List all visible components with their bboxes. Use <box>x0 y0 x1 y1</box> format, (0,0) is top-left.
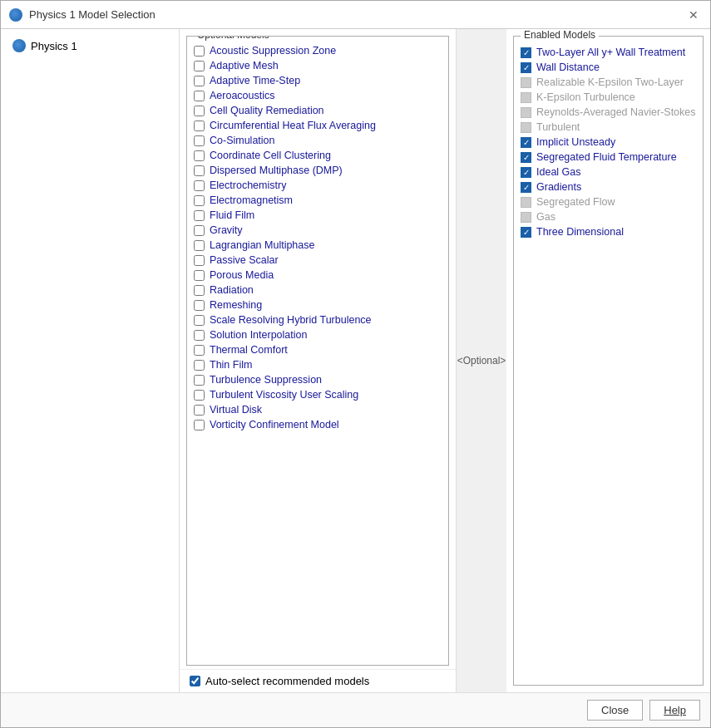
optional-model-item[interactable]: Solution Interpolation <box>190 327 445 342</box>
optional-model-item[interactable]: Circumferential Heat Flux Averaging <box>190 118 445 133</box>
optional-model-item[interactable]: Electromagnetism <box>190 193 445 208</box>
optional-model-item[interactable]: Thin Film <box>190 357 445 372</box>
optional-model-item[interactable]: Acoustic Suppression Zone <box>190 43 445 58</box>
optional-model-item[interactable]: Coordinate Cell Clustering <box>190 148 445 163</box>
auto-select-bar: Auto-select recommended models <box>180 669 456 692</box>
optional-model-checkbox[interactable] <box>194 330 205 341</box>
optional-model-checkbox[interactable] <box>194 390 205 401</box>
optional-model-label: Virtual Disk <box>210 404 262 416</box>
optional-model-item[interactable]: Adaptive Mesh <box>190 58 445 73</box>
optional-model-label: Gravity <box>210 224 243 236</box>
enabled-checkbox-checked[interactable]: ✓ <box>521 62 531 73</box>
optional-model-label: Remeshing <box>210 299 262 311</box>
close-label: Close <box>601 704 629 716</box>
optional-model-checkbox[interactable] <box>194 300 205 311</box>
optional-model-checkbox[interactable] <box>194 240 205 251</box>
arrow-label: <Optional> <box>457 355 506 366</box>
optional-model-checkbox[interactable] <box>194 345 205 356</box>
enabled-checkbox-checked[interactable]: ✓ <box>521 182 531 193</box>
optional-model-checkbox[interactable] <box>194 106 205 116</box>
enabled-model-item: Realizable K-Epsilon Two-Layer <box>517 75 699 90</box>
enabled-model-label: Gas <box>536 211 555 223</box>
optional-model-checkbox[interactable] <box>194 135 205 146</box>
optional-model-checkbox[interactable] <box>194 46 205 57</box>
help-button[interactable]: Help <box>649 700 700 721</box>
optional-model-item[interactable]: Fluid Film <box>190 208 445 223</box>
optional-arrow-button[interactable]: <Optional> <box>457 29 506 692</box>
optional-model-checkbox[interactable] <box>194 375 205 386</box>
enabled-models-box: Enabled Models ✓Two-Layer All y+ Wall Tr… <box>513 36 704 686</box>
optional-model-checkbox[interactable] <box>194 195 205 206</box>
optional-model-item[interactable]: Turbulence Suppression <box>190 372 445 387</box>
optional-model-checkbox[interactable] <box>194 180 205 191</box>
optional-model-item[interactable]: Co-Simulation <box>190 133 445 148</box>
enabled-model-item: ✓Segregated Fluid Temperature <box>517 150 699 165</box>
optional-model-item[interactable]: Radiation <box>190 283 445 298</box>
enabled-model-label: Segregated Flow <box>536 196 615 208</box>
enabled-checkbox-checked[interactable]: ✓ <box>521 167 531 178</box>
enabled-model-label: Ideal Gas <box>536 166 581 178</box>
enabled-model-item: ✓Gradients <box>517 180 699 194</box>
optional-model-item[interactable]: Passive Scalar <box>190 253 445 268</box>
optional-model-checkbox[interactable] <box>194 150 205 161</box>
optional-model-item[interactable]: Vorticity Confinement Model <box>190 417 445 432</box>
enabled-model-label: Realizable K-Epsilon Two-Layer <box>536 76 684 88</box>
enabled-model-item: Gas <box>517 209 699 224</box>
optional-model-checkbox[interactable] <box>194 76 205 86</box>
optional-model-checkbox[interactable] <box>194 360 205 371</box>
auto-select-label[interactable]: Auto-select recommended models <box>205 675 369 687</box>
window-title: Physics 1 Model Selection <box>29 8 156 21</box>
optional-model-checkbox[interactable] <box>194 420 205 430</box>
optional-model-label: Thermal Comfort <box>210 344 288 356</box>
optional-model-checkbox[interactable] <box>194 121 205 131</box>
physics-icon <box>12 39 26 52</box>
optional-model-item[interactable]: Turbulent Viscosity User Scaling <box>190 387 445 402</box>
enabled-checkbox-checked[interactable]: ✓ <box>521 47 531 58</box>
optional-model-checkbox[interactable] <box>194 315 205 326</box>
optional-model-checkbox[interactable] <box>194 225 205 236</box>
title-bar-left: Physics 1 Model Selection <box>9 8 156 22</box>
optional-model-checkbox[interactable] <box>194 91 205 101</box>
enabled-model-label: Reynolds-Averaged Navier-Stokes <box>536 106 696 118</box>
enabled-checkbox-checked[interactable]: ✓ <box>521 152 531 163</box>
optional-model-item[interactable]: Cell Quality Remediation <box>190 103 445 118</box>
optional-model-checkbox[interactable] <box>194 285 205 296</box>
optional-model-item[interactable]: Dispersed Multiphase (DMP) <box>190 163 445 178</box>
optional-model-label: Radiation <box>210 284 254 296</box>
enabled-model-label: Three Dimensional <box>536 226 624 238</box>
optional-model-checkbox[interactable] <box>194 405 205 416</box>
optional-model-checkbox[interactable] <box>194 165 205 176</box>
window-close-button[interactable]: ✕ <box>685 7 702 23</box>
optional-model-label: Acoustic Suppression Zone <box>210 45 336 57</box>
enabled-model-label: Implicit Unsteady <box>536 136 615 148</box>
optional-model-item[interactable]: Porous Media <box>190 268 445 283</box>
optional-model-checkbox[interactable] <box>194 61 205 71</box>
enabled-model-label: Turbulent <box>536 121 580 133</box>
optional-model-item[interactable]: Electrochemistry <box>190 178 445 193</box>
optional-model-label: Fluid Film <box>210 209 254 221</box>
close-button[interactable]: Close <box>587 700 643 721</box>
optional-model-label: Dispersed Multiphase (DMP) <box>210 165 343 176</box>
main-content: Physics 1 Optional Models Acoustic Suppr… <box>1 29 710 692</box>
optional-model-label: Solution Interpolation <box>210 329 307 341</box>
optional-model-checkbox[interactable] <box>194 255 205 266</box>
optional-model-item[interactable]: Virtual Disk <box>190 402 445 417</box>
optional-model-item[interactable]: Gravity <box>190 223 445 238</box>
optional-model-item[interactable]: Adaptive Time-Step <box>190 73 445 88</box>
optional-model-item[interactable]: Remeshing <box>190 298 445 312</box>
enabled-model-label: Segregated Fluid Temperature <box>536 151 677 163</box>
enabled-checkbox-checked[interactable]: ✓ <box>521 227 531 238</box>
enabled-checkbox-checked[interactable]: ✓ <box>521 137 531 148</box>
enabled-checkbox-unchecked <box>521 122 531 133</box>
optional-model-checkbox[interactable] <box>194 210 205 221</box>
enabled-models-list: ✓Two-Layer All y+ Wall Treatment✓Wall Di… <box>517 40 699 239</box>
optional-model-label: Electrochemistry <box>210 180 286 191</box>
optional-model-checkbox[interactable] <box>194 270 205 281</box>
optional-model-item[interactable]: Thermal Comfort <box>190 342 445 357</box>
optional-model-item[interactable]: Scale Resolving Hybrid Turbulence <box>190 312 445 327</box>
optional-model-label: Lagrangian Multiphase <box>210 239 314 251</box>
optional-model-item[interactable]: Aeroacoustics <box>190 88 445 103</box>
auto-select-checkbox[interactable] <box>190 676 200 686</box>
physics-item[interactable]: Physics 1 <box>7 36 172 56</box>
optional-model-item[interactable]: Lagrangian Multiphase <box>190 238 445 253</box>
